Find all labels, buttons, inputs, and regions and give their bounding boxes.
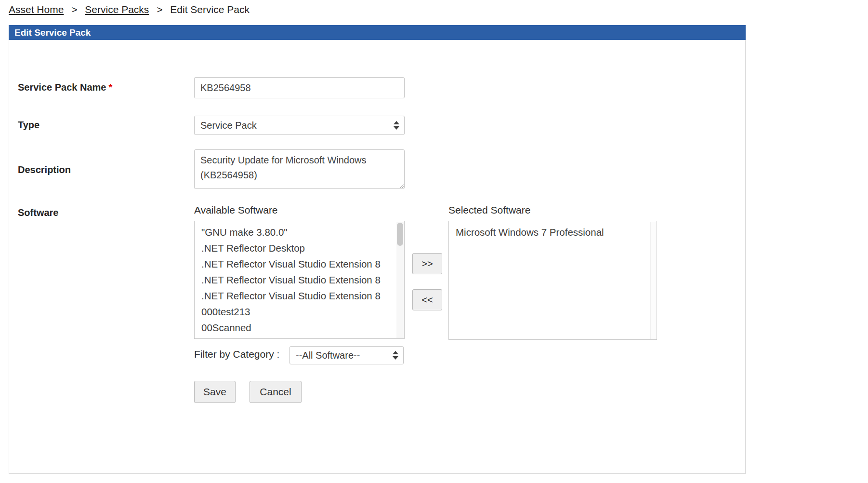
description-textarea[interactable]: Security Update for Microsoft Windows (K…	[194, 149, 405, 189]
selected-software-listbox[interactable]: Microsoft Windows 7 Professional	[448, 221, 657, 340]
page-title: Edit Service Pack	[9, 25, 746, 40]
type-select[interactable]: Service Pack	[194, 116, 405, 135]
type-select-value: Service Pack	[200, 120, 257, 131]
select-spinner-icon	[394, 121, 399, 130]
breadcrumb-current-page: Edit Service Pack	[170, 4, 250, 15]
list-item[interactable]: Microsoft Windows 7 Professional	[449, 224, 657, 240]
breadcrumb-separator: >	[157, 4, 162, 15]
description-label: Description	[18, 164, 71, 175]
scrollbar-thumb[interactable]	[397, 223, 403, 246]
breadcrumb-service-packs-link[interactable]: Service Packs	[85, 4, 149, 15]
save-button[interactable]: Save	[194, 381, 236, 403]
list-item[interactable]: .NET Reflector Visual Studio Extension 8	[195, 272, 404, 288]
chevron-down-icon	[393, 356, 398, 360]
list-item[interactable]: .NET Reflector Visual Studio Extension 8	[195, 256, 404, 272]
scrollbar-track[interactable]	[396, 222, 404, 338]
type-label: Type	[18, 120, 39, 131]
edit-service-pack-page: Asset Home > Service Packs > Edit Servic…	[0, 0, 868, 483]
chevron-up-icon	[393, 351, 398, 354]
breadcrumb-asset-home-link[interactable]: Asset Home	[9, 4, 64, 15]
service-pack-name-input[interactable]	[194, 77, 405, 98]
scrollbar-track[interactable]	[650, 222, 656, 339]
breadcrumb: Asset Home > Service Packs > Edit Servic…	[9, 4, 250, 15]
filter-by-category-label: Filter by Category :	[194, 349, 279, 360]
cancel-button[interactable]: Cancel	[250, 381, 302, 403]
select-spinner-icon	[393, 351, 398, 360]
available-software-listbox[interactable]: "GNU make 3.80.0" .NET Reflector Desktop…	[194, 221, 405, 339]
service-pack-name-label-text: Service Pack Name	[18, 82, 106, 93]
chevron-down-icon	[394, 126, 399, 130]
selected-software-items: Microsoft Windows 7 Professional	[449, 221, 657, 243]
required-asterisk: *	[108, 82, 112, 93]
available-software-items: "GNU make 3.80.0" .NET Reflector Desktop…	[195, 221, 404, 338]
software-label: Software	[18, 207, 58, 218]
selected-software-title: Selected Software	[448, 204, 530, 216]
chevron-up-icon	[394, 121, 399, 124]
list-item[interactable]: 00Scanned	[195, 320, 404, 335]
list-item[interactable]: .NET Reflector Visual Studio Extension 8	[195, 288, 404, 304]
service-pack-name-label: Service Pack Name*	[18, 82, 112, 93]
edit-service-pack-form: Service Pack Name* Type Service Pack Des…	[9, 40, 746, 474]
list-item[interactable]: .NET Reflector Desktop	[195, 240, 404, 256]
move-to-available-button[interactable]: <<	[412, 289, 442, 310]
filter-category-select[interactable]: --All Software--	[289, 346, 404, 364]
breadcrumb-separator: >	[71, 4, 77, 15]
filter-category-select-value: --All Software--	[296, 350, 360, 361]
list-item[interactable]: "GNU make 3.80.0"	[195, 224, 404, 240]
move-to-selected-button[interactable]: >>	[412, 253, 442, 274]
available-software-title: Available Software	[194, 204, 278, 216]
list-item[interactable]: 000test213	[195, 304, 404, 320]
